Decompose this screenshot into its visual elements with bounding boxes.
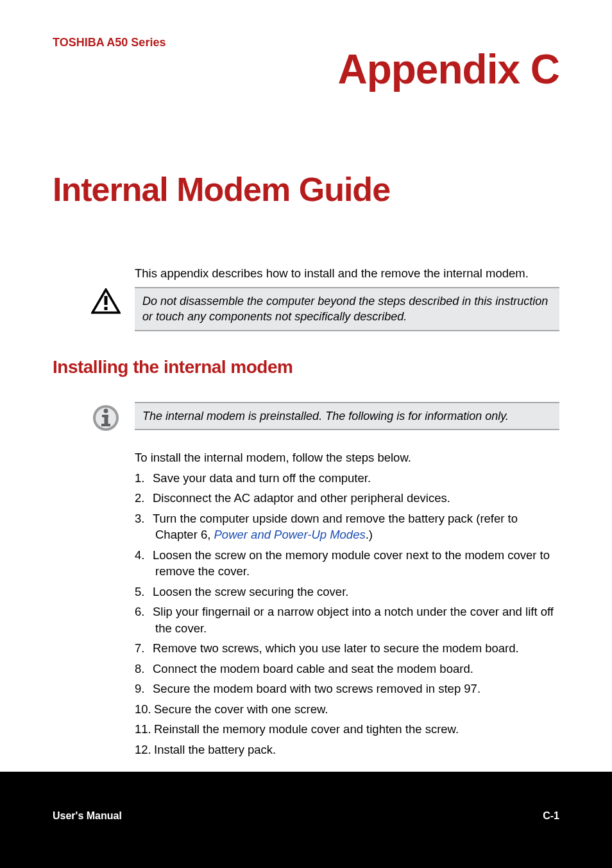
footer-left: User's Manual [53, 810, 122, 822]
list-item: 4.Loosen the screw on the memory module … [135, 547, 559, 580]
list-item: 9.Secure the modem board with two screws… [135, 681, 559, 697]
list-item: 7.Remove two screws, which you use later… [135, 640, 559, 657]
list-item: 1.Save your data and turn off the comput… [135, 470, 559, 487]
list-item: 12.Install the battery pack. [135, 742, 559, 758]
page-footer: User's Manual C-1 [0, 772, 612, 868]
info-callout: The internal modem is preinstalled. The … [91, 402, 559, 435]
list-item: 8.Connect the modem board cable and seat… [135, 661, 559, 677]
chapter-link[interactable]: Power and Power-Up Modes [214, 528, 366, 541]
list-item: 2.Disconnect the AC adaptor and other pe… [135, 490, 559, 507]
intro-text: This appendix describes how to install a… [135, 266, 559, 281]
section-title: Installing the internal modem [53, 357, 559, 378]
footer-right: C-1 [543, 810, 559, 822]
svg-rect-8 [101, 424, 110, 426]
page-title: Internal Modem Guide [53, 170, 559, 209]
caution-icon [91, 288, 121, 317]
svg-rect-1 [105, 296, 108, 305]
info-text: The internal modem is preinstalled. The … [135, 402, 559, 430]
svg-rect-2 [105, 307, 108, 310]
svg-rect-7 [105, 415, 108, 425]
list-item: 6.Slip your fingernail or a narrow objec… [135, 603, 559, 636]
caution-callout: Do not disassemble the computer beyond t… [91, 287, 559, 331]
list-item: 10.Secure the cover with one screw. [135, 701, 559, 718]
step-list: 1.Save your data and turn off the comput… [135, 470, 559, 758]
svg-point-5 [104, 408, 108, 413]
info-icon [91, 403, 121, 435]
list-item: 5.Loosen the screw securing the cover. [135, 584, 559, 600]
caution-text: Do not disassemble the computer beyond t… [135, 287, 559, 331]
list-item: 11.Reinstall the memory module cover and… [135, 721, 559, 738]
install-intro: To install the internal modem, follow th… [135, 451, 559, 465]
appendix-title: Appendix C [53, 46, 559, 93]
list-item: 3.Turn the computer upside down and remo… [135, 510, 559, 543]
